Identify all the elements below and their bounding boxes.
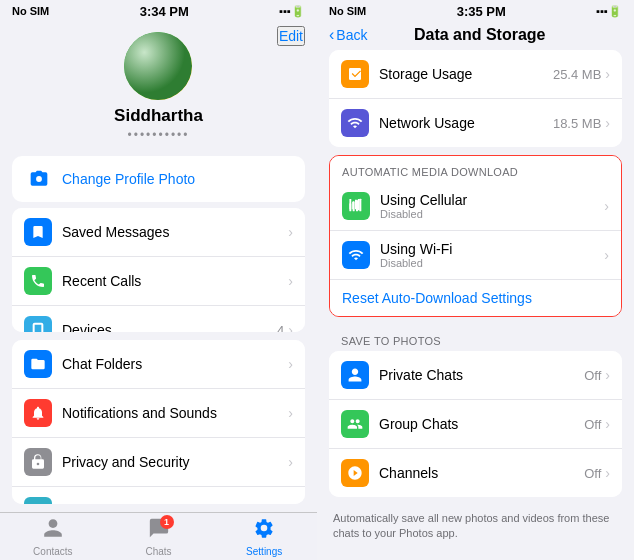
chevron-icon: › bbox=[288, 322, 293, 332]
chats-tab-badge-container: 1 bbox=[148, 517, 170, 544]
menu-item-devices[interactable]: Devices 4 › bbox=[12, 306, 305, 332]
chevron-icon: › bbox=[605, 115, 610, 131]
chevron-icon: › bbox=[288, 224, 293, 240]
group-chats-value: Off bbox=[584, 417, 601, 432]
recent-calls-icon bbox=[24, 267, 52, 295]
cellular-sublabel: Disabled bbox=[380, 208, 604, 220]
network-usage-icon bbox=[341, 109, 369, 137]
wifi-item[interactable]: Using Wi-Fi Disabled › bbox=[330, 231, 621, 280]
privacy-label: Privacy and Security bbox=[62, 454, 288, 470]
menu-item-data-storage[interactable]: Data and Storage › bbox=[12, 487, 305, 505]
channels-value: Off bbox=[584, 466, 601, 481]
edit-button[interactable]: Edit bbox=[277, 26, 305, 46]
chevron-icon: › bbox=[288, 273, 293, 289]
group-chats-label: Group Chats bbox=[379, 416, 584, 432]
cellular-item[interactable]: Using Cellular Disabled › bbox=[330, 182, 621, 231]
camera-icon bbox=[26, 166, 52, 192]
private-chats-item[interactable]: Private Chats Off › bbox=[329, 351, 622, 400]
tab-contacts[interactable]: Contacts bbox=[0, 513, 106, 560]
storage-label-group: Storage Usage bbox=[379, 66, 553, 82]
menu-item-folders[interactable]: Chat Folders › bbox=[12, 340, 305, 389]
time-left: 3:34 PM bbox=[140, 4, 189, 19]
wifi-label-group: Using Wi-Fi Disabled bbox=[380, 241, 604, 269]
channels-label-group: Channels bbox=[379, 465, 584, 481]
nav-bar: ‹ Back Data and Storage bbox=[317, 22, 634, 50]
status-bar-right: No SIM 3:35 PM ▪▪▪🔋 bbox=[317, 0, 634, 22]
battery-icons-right: ▪▪▪🔋 bbox=[596, 5, 622, 18]
contacts-tab-icon bbox=[42, 517, 64, 544]
group-chats-label-group: Group Chats bbox=[379, 416, 584, 432]
profile-header: Edit Siddhartha •••••••••• bbox=[0, 22, 317, 150]
menu-item-saved[interactable]: Saved Messages › bbox=[12, 208, 305, 257]
save-to-photos-header: SAVE TO PHOTOS bbox=[329, 325, 622, 351]
save-to-photos-section: SAVE TO PHOTOS Private Chats Off › bbox=[329, 325, 622, 546]
storage-usage-item[interactable]: Storage Usage 25.4 MB › bbox=[329, 50, 622, 99]
back-label: Back bbox=[336, 27, 367, 43]
chevron-icon: › bbox=[604, 198, 609, 214]
chevron-icon: › bbox=[288, 503, 293, 505]
cellular-icon bbox=[342, 192, 370, 220]
devices-icon bbox=[24, 316, 52, 332]
avatar-image bbox=[124, 32, 192, 100]
save-to-photos-footer: Automatically save all new photos and vi… bbox=[329, 505, 622, 546]
wifi-icon bbox=[342, 241, 370, 269]
menu-item-notifications[interactable]: Notifications and Sounds › bbox=[12, 389, 305, 438]
chevron-icon: › bbox=[288, 356, 293, 372]
data-storage-icon bbox=[24, 497, 52, 505]
wifi-sublabel: Disabled bbox=[380, 257, 604, 269]
group-chats-item[interactable]: Group Chats Off › bbox=[329, 400, 622, 449]
chat-folders-icon bbox=[24, 350, 52, 378]
storage-group: Storage Usage 25.4 MB › Network Usage 18… bbox=[329, 50, 622, 147]
private-chats-icon bbox=[341, 361, 369, 389]
auto-download-header: AUTOMATIC MEDIA DOWNLOAD bbox=[330, 156, 621, 182]
tab-settings[interactable]: Settings bbox=[211, 513, 317, 560]
wifi-label: Using Wi-Fi bbox=[380, 241, 604, 257]
devices-badge: 4 bbox=[277, 323, 284, 332]
page-title: Data and Storage bbox=[367, 26, 592, 44]
privacy-icon bbox=[24, 448, 52, 476]
storage-value: 25.4 MB bbox=[553, 67, 601, 82]
network-usage-item[interactable]: Network Usage 18.5 MB › bbox=[329, 99, 622, 147]
storage-label: Storage Usage bbox=[379, 66, 553, 82]
svg-rect-0 bbox=[349, 203, 351, 211]
save-to-photos-group: Private Chats Off › Group Chats Off › bbox=[329, 351, 622, 497]
chat-folders-label: Chat Folders bbox=[62, 356, 288, 372]
profile-name: Siddhartha bbox=[114, 106, 203, 126]
chevron-icon: › bbox=[288, 454, 293, 470]
chevron-icon: › bbox=[604, 247, 609, 263]
back-button[interactable]: ‹ Back bbox=[329, 26, 367, 44]
status-bar-left: No SIM 3:34 PM ▪▪▪🔋 bbox=[0, 0, 317, 22]
tab-chats[interactable]: 1 Chats bbox=[106, 513, 212, 560]
network-label: Network Usage bbox=[379, 115, 553, 131]
channels-label: Channels bbox=[379, 465, 584, 481]
notifications-icon bbox=[24, 399, 52, 427]
svg-rect-1 bbox=[353, 201, 355, 211]
network-value: 18.5 MB bbox=[553, 116, 601, 131]
menu-item-privacy[interactable]: Privacy and Security › bbox=[12, 438, 305, 487]
channels-item[interactable]: Channels Off › bbox=[329, 449, 622, 497]
data-storage-label: Data and Storage bbox=[62, 503, 288, 505]
devices-label: Devices bbox=[62, 322, 277, 332]
avatar bbox=[124, 32, 192, 100]
carrier-left: No SIM bbox=[12, 5, 49, 17]
profile-phone: •••••••••• bbox=[127, 128, 189, 142]
menu-group-2: Chat Folders › Notifications and Sounds … bbox=[12, 340, 305, 505]
chats-badge: 1 bbox=[160, 515, 174, 529]
reset-auto-download[interactable]: Reset Auto-Download Settings bbox=[330, 280, 621, 316]
tab-contacts-label: Contacts bbox=[33, 546, 72, 557]
chevron-icon: › bbox=[288, 405, 293, 421]
chevron-icon: › bbox=[605, 416, 610, 432]
chevron-icon: › bbox=[605, 367, 610, 383]
chevron-icon: › bbox=[605, 66, 610, 82]
group-chats-icon bbox=[341, 410, 369, 438]
menu-item-calls[interactable]: Recent Calls › bbox=[12, 257, 305, 306]
tab-settings-label: Settings bbox=[246, 546, 282, 557]
right-content: Storage Usage 25.4 MB › Network Usage 18… bbox=[317, 50, 634, 560]
auto-download-section: AUTOMATIC MEDIA DOWNLOAD Using Cellular … bbox=[329, 155, 622, 317]
change-photo-button[interactable]: Change Profile Photo bbox=[12, 156, 305, 202]
carrier-right: No SIM bbox=[329, 5, 366, 17]
tab-chats-label: Chats bbox=[145, 546, 171, 557]
network-label-group: Network Usage bbox=[379, 115, 553, 131]
cellular-label-group: Using Cellular Disabled bbox=[380, 192, 604, 220]
tab-bar: Contacts 1 Chats Settings bbox=[0, 512, 317, 560]
